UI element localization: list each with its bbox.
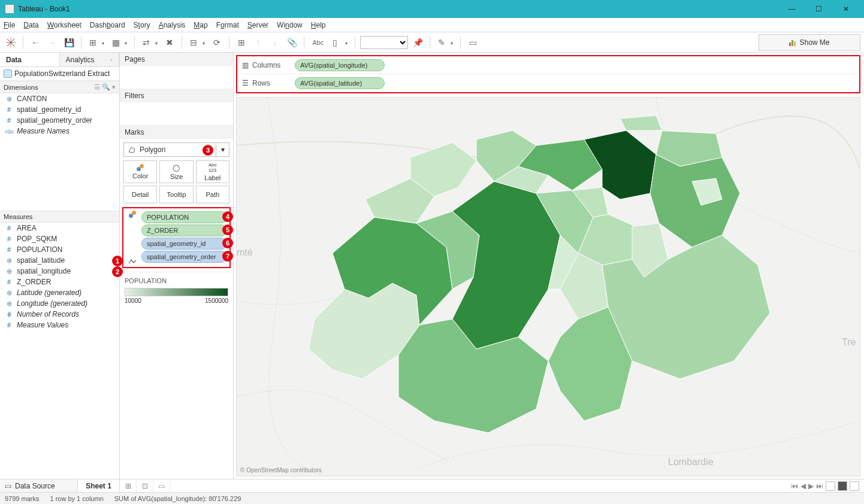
sheet1-tab[interactable]: Sheet 1 bbox=[78, 479, 120, 492]
osm-attribution: © OpenStreetMap contributors bbox=[240, 467, 322, 473]
filters-shelf[interactable] bbox=[120, 102, 233, 125]
legend-gradient[interactable] bbox=[125, 288, 228, 296]
menu-window[interactable]: Window bbox=[277, 21, 303, 29]
measure-field[interactable]: POPULATION bbox=[0, 244, 119, 255]
mark-pill[interactable]: spatial_geometry_id bbox=[141, 238, 227, 250]
view-filmstrip-icon[interactable] bbox=[838, 481, 847, 491]
menubar: File Data Worksheet Dashboard Story Anal… bbox=[0, 18, 864, 32]
menu-format[interactable]: Format bbox=[216, 21, 239, 29]
mark-type-select[interactable]: Polygon 3 bbox=[123, 142, 216, 157]
auto-update-button[interactable]: ⊟ bbox=[187, 35, 207, 50]
dimensions-search-icon[interactable]: ☰ 🔍 ▾ bbox=[94, 83, 116, 91]
tableau-logo-icon[interactable] bbox=[4, 35, 18, 50]
view-thumb-icon[interactable] bbox=[850, 481, 859, 491]
field-icon bbox=[5, 268, 13, 275]
new-dashboard-icon[interactable]: ⊡ bbox=[137, 479, 153, 492]
measure-field[interactable]: Measure Values bbox=[0, 320, 119, 330]
new-worksheet-button[interactable]: ▦ bbox=[109, 35, 129, 50]
dimension-field[interactable]: spatial_geometry_order bbox=[0, 115, 119, 126]
menu-worksheet[interactable]: Worksheet bbox=[47, 21, 81, 29]
group-button[interactable]: ⊞ bbox=[234, 35, 249, 50]
menu-story[interactable]: Story bbox=[134, 21, 150, 29]
minimize-button[interactable]: — bbox=[778, 0, 805, 18]
path-button[interactable]: Path bbox=[196, 186, 229, 204]
data-tab[interactable]: Data bbox=[0, 53, 60, 66]
menu-map[interactable]: Map bbox=[194, 21, 207, 29]
columns-shelf[interactable]: AVG(spatial_longitude) bbox=[291, 59, 859, 71]
color-button[interactable]: Color bbox=[123, 160, 157, 183]
mark-pill[interactable]: POPULATION bbox=[141, 211, 227, 223]
menu-data[interactable]: Data bbox=[23, 21, 38, 29]
forward-button[interactable]: → bbox=[45, 35, 59, 50]
size-button[interactable]: ◯Size bbox=[159, 160, 193, 183]
highlight-button[interactable]: ✎ bbox=[435, 35, 455, 50]
measure-field[interactable]: spatial_longitude2 bbox=[0, 266, 119, 277]
annotation-badge: 4 bbox=[222, 211, 233, 222]
menu-file[interactable]: File bbox=[4, 21, 15, 29]
measure-field[interactable]: Number of Records bbox=[0, 309, 119, 320]
window-title: Tableau - Book1 bbox=[18, 5, 778, 13]
view-tabs-icon[interactable] bbox=[826, 481, 835, 491]
detail-button[interactable]: Detail bbox=[123, 186, 157, 204]
new-worksheet-icon[interactable]: ⊞ bbox=[120, 479, 137, 492]
new-story-icon[interactable]: ▭ bbox=[153, 479, 170, 492]
measure-field[interactable]: Longitude (generated) bbox=[0, 298, 119, 309]
save-button[interactable]: 💾 bbox=[62, 35, 76, 50]
dimension-field[interactable]: CANTON bbox=[0, 93, 119, 104]
menu-dashboard[interactable]: Dashboard bbox=[90, 21, 125, 29]
size-icon: ◯ bbox=[173, 164, 180, 172]
field-icon bbox=[5, 95, 13, 103]
nav-last-icon[interactable]: ⏭ bbox=[816, 482, 823, 490]
dimension-field[interactable]: Measure Names bbox=[0, 126, 119, 136]
mark-type-dropdown[interactable]: ▾ bbox=[216, 142, 229, 157]
labels-button[interactable]: Abc bbox=[309, 35, 327, 50]
menu-analysis[interactable]: Analysis bbox=[159, 21, 186, 29]
app-icon bbox=[5, 4, 14, 14]
rows-shelf[interactable]: AVG(spatial_latitude) bbox=[291, 77, 859, 89]
close-button[interactable]: ✕ bbox=[832, 0, 859, 18]
legend-title: POPULATION bbox=[125, 277, 228, 284]
maximize-button[interactable]: ☐ bbox=[805, 0, 832, 18]
rows-pill[interactable]: AVG(spatial_latitude) bbox=[295, 77, 385, 89]
measure-field[interactable]: POP_SQKM bbox=[0, 233, 119, 244]
pages-shelf[interactable] bbox=[120, 66, 233, 89]
refresh-button[interactable]: ⟳ bbox=[210, 35, 224, 50]
mark-pill[interactable]: Z_ORDER bbox=[141, 224, 227, 236]
columns-label: ▥ Columns bbox=[237, 61, 291, 69]
analytics-tab[interactable]: Analytics◦ bbox=[60, 53, 120, 66]
rows-icon: ☰ bbox=[242, 79, 249, 87]
presentation-button[interactable]: ▭ bbox=[466, 35, 480, 50]
mark-pill[interactable]: spatial_geometry_order bbox=[141, 251, 227, 263]
dimensions-header: Dimensions ☰ 🔍 ▾ bbox=[0, 81, 119, 93]
fit-button[interactable]: ▯ bbox=[330, 35, 350, 50]
map-canvas[interactable]: mtéensteinTreLombardie bbox=[236, 97, 860, 476]
menu-server[interactable]: Server bbox=[247, 21, 268, 29]
sort-desc-button[interactable]: ↓ bbox=[268, 35, 282, 50]
show-me-button[interactable]: Show Me bbox=[759, 34, 860, 51]
back-button[interactable]: ← bbox=[28, 35, 43, 50]
highlighter-button[interactable]: 📎 bbox=[285, 35, 299, 50]
measure-field[interactable]: Latitude (generated) bbox=[0, 287, 119, 298]
measure-field[interactable]: Z_ORDER bbox=[0, 277, 119, 287]
field-icon bbox=[5, 289, 13, 297]
nav-next-icon[interactable]: ▶ bbox=[808, 482, 814, 490]
fit-select[interactable] bbox=[360, 36, 408, 49]
nav-prev-icon[interactable]: ◀ bbox=[800, 482, 806, 490]
dimension-field[interactable]: spatial_geometry_id bbox=[0, 104, 119, 115]
measure-field[interactable]: AREA bbox=[0, 223, 119, 233]
clear-button[interactable]: ✖ bbox=[162, 35, 177, 50]
swap-button[interactable]: ⇄ bbox=[140, 35, 160, 50]
label-button[interactable]: Abc123Label bbox=[196, 160, 229, 183]
nav-first-icon[interactable]: ⏮ bbox=[791, 482, 798, 490]
measure-field[interactable]: spatial_latitude1 bbox=[0, 255, 119, 266]
columns-pill[interactable]: AVG(spatial_longitude) bbox=[295, 59, 385, 71]
menu-help[interactable]: Help bbox=[311, 21, 326, 29]
tooltip-button[interactable]: Tooltip bbox=[159, 186, 193, 204]
sort-asc-button[interactable]: ↑ bbox=[251, 35, 265, 50]
new-datasource-button[interactable]: ⊞ bbox=[86, 35, 107, 50]
field-icon bbox=[5, 300, 13, 308]
datasource-tab[interactable]: ▭Data Source bbox=[0, 479, 78, 492]
pin-button[interactable]: 📌 bbox=[410, 35, 425, 50]
datasource-item[interactable]: PopulationSwitzerland Extract bbox=[0, 67, 119, 81]
worksheet-tabstrip: ▭Data Source Sheet 1 ⊞ ⊡ ▭ ⏮ ◀ ▶ ⏭ bbox=[0, 479, 864, 492]
